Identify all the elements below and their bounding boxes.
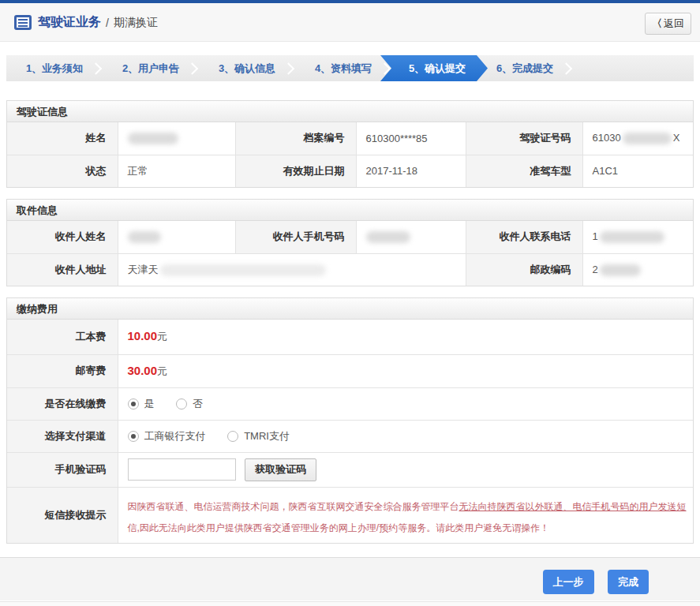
- pickup-info-section: 取件信息 收件人姓名 收件人手机号码 收件人联系电话 1 收件人地址 天津天 邮…: [6, 199, 694, 286]
- table-row: 姓名 档案编号 610300****85 驾驶证号码 61030X: [7, 122, 693, 155]
- recipient-mobile-label: 收件人手机号码: [235, 221, 356, 253]
- pickup-info-table: 收件人姓名 收件人手机号码 收件人联系电话 1 收件人地址 天津天 邮政编码 2: [7, 221, 693, 286]
- redacted-recipient-phone: [600, 231, 664, 243]
- back-button[interactable]: 〈返回: [645, 13, 691, 35]
- sms-notice-label: 短信接收提示: [7, 487, 118, 543]
- name-label: 姓名: [7, 122, 118, 155]
- vehicle-class-value: A1C1: [582, 155, 693, 187]
- file-no-label: 档案编号: [235, 122, 356, 155]
- sms-code-label: 手机验证码: [7, 452, 118, 487]
- fees-section: 缴纳费用 工本费 10.00元 邮寄费 30.00元 是否在线缴费 是 否 选择…: [6, 297, 694, 544]
- vehicle-class-label: 准驾车型: [466, 155, 582, 187]
- step-2: 2、用户申告: [103, 55, 199, 81]
- document-list-icon: [14, 15, 32, 30]
- license-info-section: 驾驶证信息 姓名 档案编号 610300****85 驾驶证号码 61030X …: [6, 100, 694, 188]
- postcode-label: 邮政编码: [466, 253, 582, 286]
- redacted-recipient-address: [160, 264, 326, 276]
- sms-code-field: 获取验证码: [118, 452, 693, 487]
- step-4: 4、资料填写: [295, 55, 391, 81]
- step-1: 1、业务须知: [6, 55, 103, 81]
- page-title: 驾驶证业务: [38, 14, 101, 31]
- table-row: 收件人地址 天津天 邮政编码 2: [7, 253, 693, 286]
- chevron-separator-icon: [560, 62, 573, 75]
- radio-online-pay-yes[interactable]: [128, 398, 139, 410]
- fees-title: 缴纳费用: [7, 298, 693, 320]
- file-no-value: 610300****85: [356, 122, 466, 155]
- recipient-address-value: 天津天: [118, 253, 466, 286]
- page-header: 驾驶证业务 / 期满换证 〈返回: [0, 3, 700, 42]
- breadcrumb: 驾驶证业务 / 期满换证: [14, 14, 158, 31]
- expiry-label: 有效期止日期: [235, 155, 356, 187]
- chevron-separator-icon: [186, 62, 199, 75]
- step-3: 3、确认信息: [199, 55, 295, 81]
- cost-label: 工本费: [7, 320, 118, 354]
- table-row: 工本费 10.00元: [7, 320, 693, 354]
- postage-value: 30.00元: [118, 354, 693, 387]
- status-value: 正常: [118, 155, 235, 187]
- footer-action-bar: 上一步 完成: [0, 557, 700, 600]
- step-progress-bar: 1、业务须知 2、用户申告 3、确认信息 4、资料填写 5、确认提交 6、完成提…: [6, 55, 694, 81]
- postage-label: 邮寄费: [7, 354, 118, 387]
- channel-options: 工商银行支付 TMRI支付: [118, 420, 693, 452]
- channel-label: 选择支付渠道: [7, 420, 118, 452]
- fees-table: 工本费 10.00元 邮寄费 30.00元 是否在线缴费 是 否 选择支付渠道 …: [7, 320, 693, 543]
- recipient-phone-value: 1: [582, 221, 693, 253]
- table-row: 状态 正常 有效期止日期 2017-11-18 准驾车型 A1C1: [7, 155, 693, 187]
- breadcrumb-separator: /: [106, 17, 109, 29]
- chevron-separator-icon: [283, 62, 295, 75]
- recipient-mobile-value: [356, 221, 466, 253]
- chevron-separator-icon: [90, 62, 103, 75]
- back-arrow-icon: 〈: [652, 17, 662, 29]
- name-value: [118, 122, 235, 155]
- redacted-license-no: [623, 133, 672, 144]
- recipient-name-value: [118, 221, 235, 253]
- redacted-name: [128, 133, 178, 144]
- recipient-address-label: 收件人地址: [7, 253, 118, 286]
- table-row: 短信接收提示 因陕西省联通、电信运营商技术问题，陕西省互联网交通安全综合服务管理…: [7, 487, 693, 543]
- radio-channel-icbc[interactable]: [128, 431, 139, 442]
- status-label: 状态: [7, 155, 118, 187]
- previous-step-button[interactable]: 上一步: [543, 570, 594, 594]
- table-row: 手机验证码 获取验证码: [7, 452, 693, 487]
- postcode-value: 2: [582, 253, 693, 286]
- pickup-info-title: 取件信息: [7, 200, 693, 221]
- expiry-value: 2017-11-18: [356, 155, 466, 187]
- license-no-label: 驾驶证号码: [466, 122, 582, 155]
- sms-code-input[interactable]: [128, 458, 236, 481]
- finish-button[interactable]: 完成: [608, 570, 649, 594]
- radio-channel-tmri[interactable]: [227, 431, 238, 442]
- recipient-name-label: 收件人姓名: [7, 221, 118, 253]
- online-pay-options: 是 否: [118, 387, 693, 420]
- step-6: 6、完成提交: [477, 55, 573, 81]
- redacted-postcode: [600, 264, 641, 276]
- recipient-phone-label: 收件人联系电话: [466, 221, 582, 253]
- back-label: 返回: [664, 17, 684, 29]
- online-pay-label: 是否在线缴费: [7, 387, 118, 420]
- redacted-recipient-name: [128, 231, 161, 243]
- cost-value: 10.00元: [118, 320, 693, 354]
- sms-notice-text: 因陕西省联通、电信运营商技术问题，陕西省互联网交通安全综合服务管理平台无法向持陕…: [118, 487, 693, 543]
- license-info-table: 姓名 档案编号 610300****85 驾驶证号码 61030X 状态 正常 …: [7, 122, 693, 187]
- radio-online-pay-no[interactable]: [176, 398, 187, 410]
- table-row: 邮寄费 30.00元: [7, 354, 693, 387]
- table-row: 选择支付渠道 工商银行支付 TMRI支付: [7, 420, 693, 452]
- page-subtitle: 期满换证: [114, 16, 158, 30]
- redacted-recipient-mobile: [366, 231, 410, 243]
- license-info-title: 驾驶证信息: [7, 101, 693, 122]
- table-row: 收件人姓名 收件人手机号码 收件人联系电话 1: [7, 221, 693, 253]
- table-row: 是否在线缴费 是 否: [7, 387, 693, 420]
- get-code-button[interactable]: 获取验证码: [245, 458, 316, 481]
- license-no-value: 61030X: [582, 122, 693, 155]
- step-5-active: 5、确认提交: [380, 55, 488, 81]
